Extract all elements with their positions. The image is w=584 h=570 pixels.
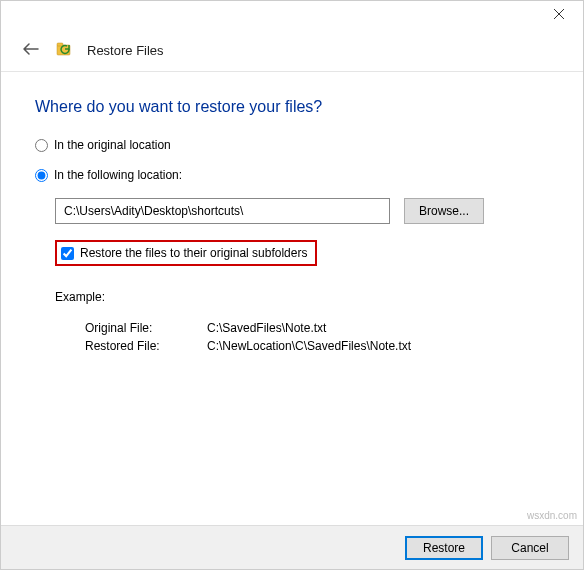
restore-files-icon [55,40,75,60]
example-header: Example: [55,290,549,304]
example-block: Example: Original File: C:\SavedFiles\No… [55,290,549,356]
restore-subfolders-checkbox-row[interactable]: Restore the files to their original subf… [55,240,317,266]
cancel-button[interactable]: Cancel [491,536,569,560]
content-area: Where do you want to restore your files?… [1,72,583,372]
restore-subfolders-label: Restore the files to their original subf… [80,246,307,260]
example-restored-label: Restored File: [85,338,205,354]
radio-following-input[interactable] [35,169,48,182]
path-input[interactable] [55,198,390,224]
example-row-restored: Restored File: C:\NewLocation\C\SavedFil… [85,338,411,354]
header: Restore Files [1,31,583,72]
example-table: Original File: C:\SavedFiles\Note.txt Re… [83,318,413,356]
window-title: Restore Files [87,43,164,58]
path-row: Browse... [55,198,549,224]
restore-subfolders-checkbox[interactable] [61,247,74,260]
example-restored-value: C:\NewLocation\C\SavedFiles\Note.txt [207,338,411,354]
page-heading: Where do you want to restore your files? [35,98,549,116]
restore-button[interactable]: Restore [405,536,483,560]
example-original-label: Original File: [85,320,205,336]
radio-original-input[interactable] [35,139,48,152]
watermark: wsxdn.com [527,510,577,521]
browse-button[interactable]: Browse... [404,198,484,224]
close-button[interactable] [539,3,579,25]
example-original-value: C:\SavedFiles\Note.txt [207,320,411,336]
back-arrow-icon [23,43,39,55]
example-row-original: Original File: C:\SavedFiles\Note.txt [85,320,411,336]
back-button[interactable] [19,39,43,61]
radio-original-label: In the original location [54,138,171,152]
radio-following-location[interactable]: In the following location: [35,168,549,182]
footer: Restore Cancel [1,525,583,569]
titlebar [1,1,583,31]
radio-original-location[interactable]: In the original location [35,138,549,152]
close-icon [554,9,564,19]
svg-rect-3 [57,43,63,46]
radio-following-label: In the following location: [54,168,182,182]
